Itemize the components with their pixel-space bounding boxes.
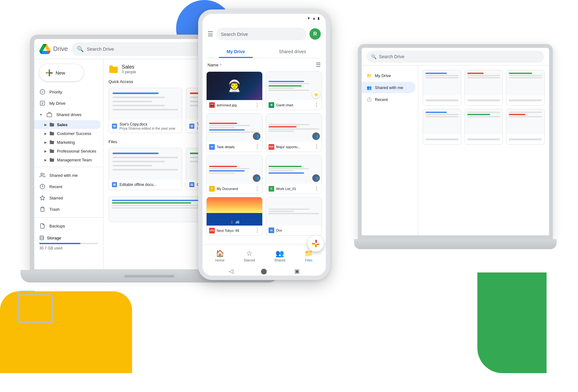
worklist-people-badge: 👥: [312, 174, 320, 182]
task-people-badge: 👥: [253, 132, 260, 140]
bg-file-card: [423, 70, 461, 106]
sidebar-divider-1: [34, 167, 103, 167]
list-view-icon[interactable]: ☰: [316, 61, 321, 68]
sidebar-item-marketing[interactable]: ▶ Marketing: [34, 138, 103, 147]
astronaut-preview: 👨‍🚀: [207, 72, 262, 100]
tab-shared-drives[interactable]: Shared drives: [264, 45, 321, 58]
file-card-editable[interactable]: W Editable offline docu...: [108, 148, 182, 190]
sidebar-item-starred[interactable]: Starred: [34, 192, 101, 204]
shared-nav-icon: 👥: [275, 249, 284, 258]
sales-folder-info: Sales 3 people: [122, 64, 136, 74]
mobile-tabs: My Drive Shared drives: [208, 45, 321, 58]
worklist-more-icon[interactable]: ⋮: [314, 186, 319, 192]
storage-used-text: 30.7 GB used: [39, 246, 98, 250]
sidebar-item-customer-success[interactable]: ▶ Customer Success: [34, 129, 103, 138]
sidebar-item-trash[interactable]: Trash: [34, 204, 101, 215]
mydoc-more-icon[interactable]: ⋮: [255, 186, 260, 192]
tab-my-drive[interactable]: My Drive: [208, 45, 264, 58]
bg-sidebar-shared: 👥Shared with me: [362, 82, 415, 93]
storage-icon: [39, 235, 44, 240]
mobile-bottom-nav: 🏠 Home ☆ Starred 👥 Shared 📁 Files: [203, 244, 326, 267]
drive-desktop-sidebar: New Priority: [34, 59, 103, 269]
sidebar-item-shared-with-me[interactable]: Shared with me: [34, 170, 101, 181]
bg-main-content: [418, 65, 549, 235]
task-more-icon[interactable]: ⋮: [255, 144, 260, 150]
back-button[interactable]: ◁: [229, 268, 233, 275]
sidebar-priority-label: Priority: [49, 90, 62, 94]
recents-button[interactable]: ▣: [294, 268, 300, 275]
mobile-nav-starred[interactable]: ☆ Starred: [240, 248, 259, 264]
home-button[interactable]: ⬤: [261, 268, 267, 275]
wifi-icon: ▲: [312, 16, 316, 20]
empty-file-name: Doc: [276, 228, 282, 232]
mobile-frame: ▼ ▲ ▮ ☰ Search Drive R My Drive Shared: [198, 9, 330, 280]
files-nav-label: Files: [305, 258, 312, 262]
mobile-file-my-document[interactable]: 👥 P My Document ⋮: [206, 155, 263, 194]
mobile-file-work-list[interactable]: 👥 X Work List_01 ⋮: [266, 155, 322, 194]
mobile-sort-row: Name ↑ ☰: [206, 58, 322, 71]
sidebar-item-my-drive[interactable]: My Drive: [34, 98, 101, 109]
sues-file-name: Sue's Copy.docx: [119, 122, 179, 126]
sidebar-item-priority[interactable]: Priority: [34, 86, 101, 98]
major-people-badge: 👥: [312, 132, 320, 140]
starred-nav-label: Starred: [244, 258, 255, 262]
gantt-more-icon[interactable]: ⋮: [314, 102, 319, 108]
sort-arrow-icon: ↑: [220, 63, 222, 67]
cs-chevron: ▶: [44, 132, 47, 135]
sidebar-divider-2: [34, 217, 103, 218]
sales-folder-people: 3 people: [122, 70, 136, 74]
astronaut-more-icon[interactable]: ⋮: [255, 102, 260, 108]
cs-folder-icon: [49, 131, 54, 136]
file-info-sues: W Sue's Copy.docx Priya Sharma edited in…: [109, 120, 182, 133]
mobile-search-bar[interactable]: Search Drive: [216, 28, 306, 40]
mydoc-people-badge: 👥: [253, 174, 260, 182]
sidebar-item-recent[interactable]: Recent: [34, 181, 101, 192]
new-button[interactable]: New: [39, 64, 83, 81]
my-doc-file-info: P My Document ⋮: [207, 184, 262, 193]
file-info-editable: W Editable offline docu...: [109, 180, 182, 190]
shared-drives-chevron: ▼: [39, 113, 42, 116]
avatar-letter: R: [313, 31, 317, 37]
marketing-drive-label: Marketing: [57, 140, 75, 145]
bg-file-card-5: [464, 109, 503, 145]
major-more-icon[interactable]: ⋮: [314, 144, 319, 150]
mobile-file-task-details[interactable]: 👥 W Task details ⋮: [206, 113, 263, 152]
gantt-starred-badge: ⭐: [312, 91, 320, 98]
sidebar-item-management-team[interactable]: ▶ Management Team: [34, 155, 103, 164]
tokyo-more-icon[interactable]: ⋮: [255, 227, 260, 233]
svg-rect-6: [40, 236, 44, 240]
mobile-file-empty[interactable]: W Doc: [266, 197, 322, 236]
bg-file-card-4: [423, 109, 461, 145]
fab-plus-icon: [311, 239, 320, 248]
user-avatar[interactable]: R: [309, 28, 321, 40]
gantt-preview: ⭐: [266, 72, 322, 100]
drive-logo-text: Drive: [53, 45, 68, 53]
mobile-nav-shared[interactable]: 👥 Shared: [270, 248, 289, 264]
bg-files-grid: [423, 70, 545, 145]
gantt-file-info: ⊞ Gantt chart ⋮: [266, 100, 322, 110]
bg-drive-body: 📁My Drive 👥Shared with me 🕐Recent: [362, 65, 549, 235]
storage-bar-background: [39, 243, 98, 244]
mobile-file-gantt[interactable]: ⭐ ⊞ Gantt chart ⋮: [266, 71, 322, 110]
bg-laptop-base: [354, 239, 557, 249]
major-preview: 👥: [266, 114, 322, 142]
file-card-sues-copy[interactable]: W Sue's Copy.docx Priya Sharma edited in…: [108, 88, 182, 133]
mobile-file-next-tokyo[interactable]: 🗼 🏙 JPG Next Tokyo '48 ⋮: [206, 197, 263, 236]
background-laptop: 🔍 Search Drive 📁My Drive 👥Shared with me…: [358, 44, 553, 258]
sidebar-item-shared-drives[interactable]: ▼ Shared drives: [34, 109, 101, 120]
hamburger-button[interactable]: ☰: [208, 30, 213, 38]
mobile-fab-button[interactable]: [308, 235, 324, 252]
sort-label[interactable]: Name ↑: [208, 63, 222, 67]
drive-logo: Drive: [39, 43, 68, 55]
svg-marker-5: [40, 196, 45, 200]
mobile-file-major-opportu[interactable]: 👥 PDF Major opportu... ⋮: [266, 113, 322, 152]
sidebar-item-professional-services[interactable]: ▶ Professional Services: [34, 147, 103, 155]
bg-laptop-screen: 🔍 Search Drive 📁My Drive 👥Shared with me…: [358, 44, 553, 239]
mobile-nav-home[interactable]: 🏠 Home: [212, 248, 228, 264]
new-plus-icon: [46, 69, 53, 76]
mt-drive-label: Management Team: [57, 158, 92, 162]
mobile-file-astronaut[interactable]: 👨‍🚀 📷 astronaut.jpg ⋮: [206, 71, 263, 110]
major-file-info: PDF Major opportu... ⋮: [266, 142, 322, 152]
sidebar-item-backups[interactable]: Backups: [34, 220, 101, 232]
sidebar-item-sales[interactable]: ▶ Sales: [34, 120, 101, 129]
